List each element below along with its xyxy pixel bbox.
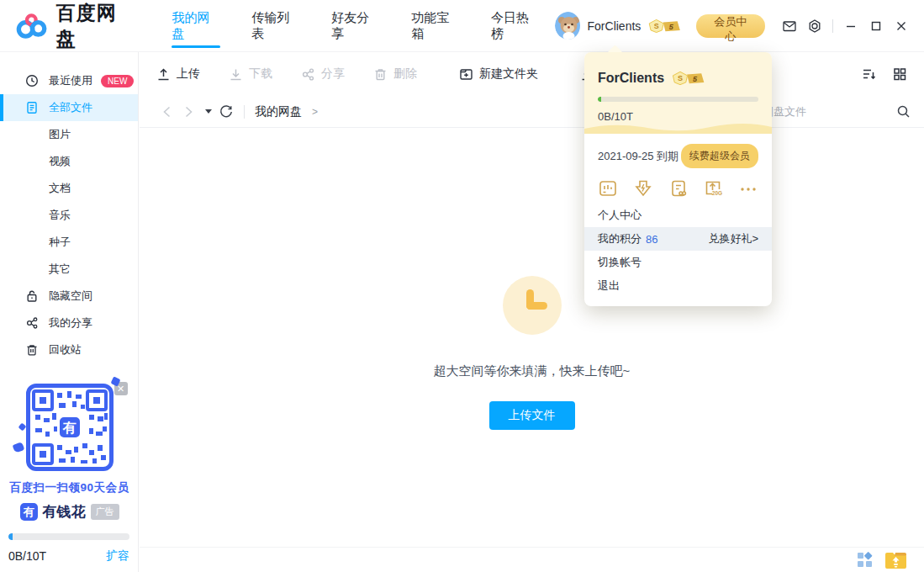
sidebar-item-label: 视频	[49, 154, 71, 169]
system-icons	[777, 14, 914, 38]
sidebar-item-music[interactable]: 音乐	[0, 202, 138, 229]
redeem-gifts-link[interactable]: 兑换好礼>	[708, 231, 758, 246]
panel-storage-usage: 0B/10T	[598, 110, 758, 123]
share-button[interactable]: 分享	[301, 66, 345, 82]
upload-file-button[interactable]: 上传文件	[489, 401, 575, 430]
sidebar-item-label: 我的分享	[49, 315, 92, 331]
sidebar-item-torrents[interactable]: 种子	[0, 229, 138, 256]
tab-toolbox[interactable]: 功能宝箱	[411, 0, 459, 52]
breadcrumb-root[interactable]: 我的网盘	[255, 104, 302, 119]
sidebar-item-label: 全部文件	[49, 100, 92, 115]
privilege-doc-infinite-icon[interactable]	[668, 178, 689, 199]
sidebar-item-others[interactable]: 其它	[0, 256, 138, 283]
settings-gear-icon[interactable]	[802, 14, 827, 38]
user-dropdown-panel: ForClients S 5 0B/10T 2021-09-25 到期 续费超级…	[584, 52, 772, 306]
download-button[interactable]: 下载	[229, 66, 272, 82]
svip-level-badge[interactable]: S 5	[647, 18, 680, 34]
top-right-group: ForClients S 5 会员中心	[555, 12, 924, 40]
search-icon[interactable]	[896, 104, 911, 119]
sidebar-item-recycle-bin[interactable]: 回收站	[0, 336, 138, 363]
panel-storage-bar	[598, 97, 758, 102]
upload-folder-icon[interactable]	[884, 551, 907, 569]
download-label: 下载	[249, 66, 272, 82]
sidebar-item-hidden-space[interactable]: 隐藏空间	[0, 283, 138, 310]
vip-tier-text: S	[654, 22, 659, 30]
sidebar-item-label: 最近使用	[49, 73, 92, 88]
sidebar-item-label: 图片	[49, 127, 71, 142]
storage-progress-bar	[8, 533, 129, 540]
sidebar-item-documents[interactable]: 文档	[0, 175, 138, 202]
tab-friend-share[interactable]: 好友分享	[331, 0, 379, 52]
privilege-capacity-icon[interactable]	[598, 178, 618, 199]
grid-view-icon[interactable]	[889, 65, 911, 83]
menu-my-points[interactable]: 我的积分 86 兑换好礼>	[584, 227, 772, 251]
breadcrumb-arrow: >	[312, 106, 318, 118]
privilege-speed-download-icon[interactable]	[633, 178, 653, 199]
sidebar-item-label: 种子	[49, 235, 71, 250]
new-folder-label: 新建文件夹	[479, 66, 538, 82]
member-center-button[interactable]: 会员中心	[696, 14, 765, 38]
trash-icon	[373, 67, 388, 82]
tab-my-drive[interactable]: 我的网盘	[172, 0, 219, 52]
renew-svip-button[interactable]: 续费超级会员	[681, 144, 758, 168]
user-name[interactable]: ForClients	[588, 19, 642, 33]
sidebar-item-pictures[interactable]: 图片	[0, 121, 138, 148]
sidebar-item-my-shares[interactable]: 我的分享	[0, 310, 138, 336]
mail-icon[interactable]	[777, 14, 802, 38]
main-content: 上传 下载 分享 删除 新建文件夹 离线下载	[140, 52, 924, 572]
forward-icon[interactable]	[180, 103, 197, 120]
large-upload-badge: 20G	[712, 190, 722, 196]
storage-usage: 0B/10T	[8, 549, 46, 563]
app-title: 百度网盘	[56, 0, 135, 52]
divider	[244, 105, 245, 119]
share-label: 分享	[321, 66, 345, 82]
tab-transfer-list[interactable]: 传输列表	[251, 0, 299, 52]
main-nav: 我的网盘 传输列表 好友分享 功能宝箱 今日热榜	[156, 0, 555, 52]
file-toolbar: 上传 下载 分享 删除 新建文件夹 离线下载	[140, 52, 924, 96]
privilege-more-icon[interactable]	[738, 178, 758, 199]
upload-label: 上传	[177, 66, 200, 82]
brand-logo-icon: 有	[20, 503, 38, 521]
menu-switch-account[interactable]: 切换帐号	[584, 251, 772, 274]
close-icon[interactable]	[889, 14, 914, 38]
sidebar-item-all-files[interactable]: 全部文件	[0, 94, 138, 121]
ad-brand-row: 有 有钱花 广告	[0, 502, 139, 522]
sidebar-item-label: 其它	[49, 262, 71, 277]
user-panel-header: ForClients S 5 0B/10T	[584, 52, 772, 134]
menu-logout[interactable]: 退出	[584, 274, 772, 298]
view-options	[850, 65, 911, 83]
empty-clock-illustration	[503, 276, 562, 335]
delete-button[interactable]: 删除	[373, 66, 417, 82]
sidebar: 最近使用 NEW 全部文件 图片 视频 文档 音乐 种子 其它 隐藏空间 我的分…	[0, 52, 139, 572]
cube-decoration	[12, 442, 24, 453]
widgets-icon[interactable]	[857, 552, 873, 568]
minimize-icon[interactable]	[838, 14, 863, 38]
history-dropdown-icon[interactable]	[205, 109, 212, 114]
tab-today-hot[interactable]: 今日热榜	[491, 0, 539, 52]
empty-message: 超大空间等你来填满，快来上传吧~	[140, 363, 924, 379]
brand-name: 有钱花	[43, 502, 86, 522]
back-icon[interactable]	[158, 103, 175, 120]
storage-summary: 0B/10T 扩容	[8, 533, 129, 564]
wave-decoration	[584, 121, 772, 134]
privilege-large-upload-icon[interactable]: 20G	[703, 178, 723, 199]
vip-expire-date: 2021-09-25 到期	[598, 149, 678, 164]
sort-icon[interactable]	[858, 65, 880, 83]
promo-ad: ✕	[0, 379, 139, 522]
points-label: 我的积分	[598, 231, 642, 246]
sidebar-item-videos[interactable]: 视频	[0, 148, 138, 175]
qr-brand-logo: 有	[57, 415, 82, 440]
panel-vip-tier: S	[678, 74, 683, 82]
refresh-icon[interactable]	[219, 104, 234, 119]
sidebar-item-label: 文档	[49, 181, 71, 196]
upload-button[interactable]: 上传	[156, 66, 200, 82]
file-icon	[25, 101, 39, 114]
new-folder-button[interactable]: 新建文件夹	[459, 66, 538, 82]
sidebar-item-recent[interactable]: 最近使用 NEW	[0, 67, 138, 94]
maximize-icon[interactable]	[863, 14, 889, 38]
expand-storage-link[interactable]: 扩容	[106, 548, 129, 564]
empty-state: 超大空间等你来填满，快来上传吧~ 上传文件	[140, 276, 924, 430]
user-avatar[interactable]	[555, 12, 579, 40]
sidebar-item-label: 隐藏空间	[49, 289, 92, 304]
menu-personal-center[interactable]: 个人中心	[584, 204, 772, 227]
